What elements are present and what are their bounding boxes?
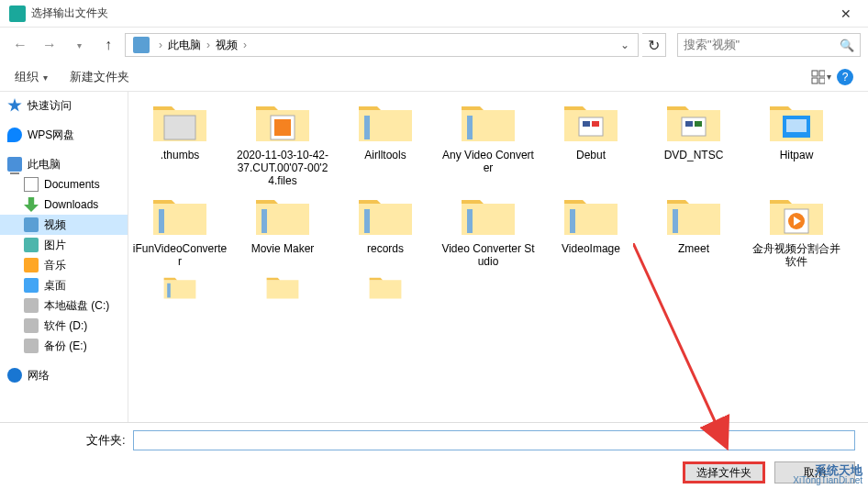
svg-rect-4 — [164, 116, 195, 139]
breadcrumb[interactable]: › 此电脑 › 视频 › ⌄ — [125, 33, 639, 57]
svg-rect-0 — [812, 71, 818, 76]
folder-label: VideoImage — [558, 242, 624, 255]
svg-rect-7 — [364, 116, 370, 139]
crumb-pc[interactable]: 此电脑 — [168, 38, 201, 53]
folder-icon — [562, 193, 619, 239]
svg-rect-17 — [159, 209, 164, 233]
svg-rect-6 — [274, 119, 291, 136]
folder-icon — [151, 273, 208, 301]
folder-item[interactable]: Debut — [540, 99, 642, 187]
svg-rect-3 — [819, 78, 825, 83]
sidebar-item-videos[interactable]: 视频 — [0, 215, 128, 235]
organize-menu[interactable]: 组织 ▾ — [15, 69, 48, 85]
sidebar-item-disk-e[interactable]: 备份 (E:) — [0, 336, 128, 356]
select-folder-button[interactable]: 选择文件夹 — [683, 461, 765, 483]
view-icons-button[interactable]: ▾ — [811, 67, 831, 87]
svg-rect-10 — [583, 121, 590, 127]
folder-icon — [562, 99, 619, 145]
refresh-icon: ↻ — [648, 37, 660, 54]
cloud-icon — [7, 128, 22, 142]
recent-dropdown[interactable]: ▾ — [66, 33, 92, 57]
folder-icon — [254, 273, 311, 301]
folder-item[interactable]: Airlltools — [334, 99, 437, 187]
svg-rect-2 — [812, 78, 818, 83]
watermark: 系统天地 XiTongTianDi.net — [793, 465, 862, 485]
main-area: 快速访问 WPS网盘 此电脑 Documents Downloads 视频 图片… — [0, 92, 868, 422]
sidebar-item-music[interactable]: 音乐 — [0, 255, 128, 275]
folder-item[interactable]: 金舟视频分割合并软件 — [745, 193, 848, 268]
app-icon — [9, 6, 26, 22]
refresh-button[interactable]: ↻ — [642, 33, 666, 57]
folder-item[interactable]: 2020-11-03-10-42-37.CUT.00'07-00'24.file… — [231, 99, 334, 187]
folder-item[interactable]: Movie Maker — [231, 193, 334, 268]
sidebar-item-network[interactable]: 网络 — [0, 365, 128, 385]
file-grid: .thumbs 2020-11-03-10-42-37.CUT.00'07-00… — [128, 99, 868, 323]
back-button[interactable]: ← — [7, 33, 33, 57]
svg-rect-21 — [570, 209, 575, 233]
folder-item[interactable] — [128, 273, 231, 317]
crumb-videos[interactable]: 视频 — [216, 38, 238, 53]
chevron-right-icon: › — [159, 39, 162, 51]
sidebar-item-this-pc[interactable]: 此电脑 — [0, 154, 128, 174]
folder-icon — [357, 273, 414, 301]
sidebar-item-desktop[interactable]: 桌面 — [0, 275, 128, 295]
disk-icon — [24, 339, 39, 353]
sidebar-item-quick-access[interactable]: 快速访问 — [0, 95, 128, 116]
folder-label: records — [363, 242, 407, 255]
help-button[interactable]: ? — [837, 69, 853, 85]
svg-rect-1 — [819, 71, 825, 76]
search-box[interactable]: 搜索"视频" 🔍 — [677, 33, 861, 57]
folder-item[interactable] — [334, 273, 437, 317]
folder-label: Debut — [573, 149, 609, 161]
toolbar: 组织 ▾ 新建文件夹 ▾ ? — [0, 62, 868, 92]
folder-item[interactable]: Hitpaw — [745, 99, 848, 187]
sidebar-item-downloads[interactable]: Downloads — [0, 194, 128, 215]
folder-item[interactable]: records — [334, 193, 437, 268]
history-dropdown[interactable]: ⌄ — [616, 39, 634, 51]
file-area[interactable]: .thumbs 2020-11-03-10-42-37.CUT.00'07-00… — [128, 92, 868, 422]
folder-icon — [768, 99, 825, 145]
search-placeholder: 搜索"视频" — [684, 37, 740, 53]
sidebar-item-wps[interactable]: WPS网盘 — [0, 125, 128, 145]
folder-label: Video Converter Studio — [437, 242, 540, 268]
folder-item[interactable]: .thumbs — [128, 99, 231, 187]
folder-icon — [768, 193, 825, 239]
sidebar-item-pictures[interactable]: 图片 — [0, 235, 128, 255]
disk-icon — [24, 298, 39, 313]
close-button[interactable]: ✕ — [828, 0, 864, 28]
folder-icon — [460, 99, 517, 145]
svg-rect-13 — [685, 121, 693, 127]
sidebar-item-disk-d[interactable]: 软件 (D:) — [0, 316, 128, 336]
folder-label: DVD_NTSC — [661, 149, 728, 161]
folder-item[interactable]: DVD_NTSC — [642, 99, 745, 187]
folder-label: Airlltools — [361, 149, 409, 161]
up-button[interactable]: ↑ — [95, 33, 121, 57]
svg-rect-9 — [579, 117, 603, 136]
new-folder-button[interactable]: 新建文件夹 — [70, 69, 129, 85]
folder-icon — [665, 99, 722, 145]
folder-item[interactable]: VideoImage — [540, 193, 642, 268]
folder-item[interactable]: Zmeet — [642, 193, 745, 268]
folder-item[interactable]: Video Converter Studio — [437, 193, 540, 268]
folder-item[interactable] — [231, 273, 334, 317]
folder-item[interactable]: iFunVideoConverter — [128, 193, 231, 268]
folder-item[interactable]: Any Video Converter — [437, 99, 540, 187]
sidebar-item-documents[interactable]: Documents — [0, 174, 128, 194]
svg-rect-18 — [262, 209, 267, 233]
svg-rect-12 — [682, 117, 706, 136]
star-icon — [7, 98, 22, 113]
picture-icon — [24, 238, 39, 252]
disk-icon — [24, 318, 39, 333]
sidebar-item-disk-c[interactable]: 本地磁盘 (C:) — [0, 295, 128, 316]
pc-icon — [7, 157, 22, 172]
folder-label: iFunVideoConverter — [128, 242, 231, 268]
svg-rect-11 — [592, 121, 599, 127]
location-icon — [133, 37, 150, 53]
network-icon — [7, 368, 22, 383]
svg-rect-16 — [786, 119, 807, 132]
desktop-icon — [24, 278, 39, 293]
forward-button: → — [37, 33, 62, 57]
folder-name-input[interactable] — [133, 430, 855, 450]
folder-label: .thumbs — [157, 149, 204, 161]
chevron-right-icon: › — [243, 39, 247, 51]
